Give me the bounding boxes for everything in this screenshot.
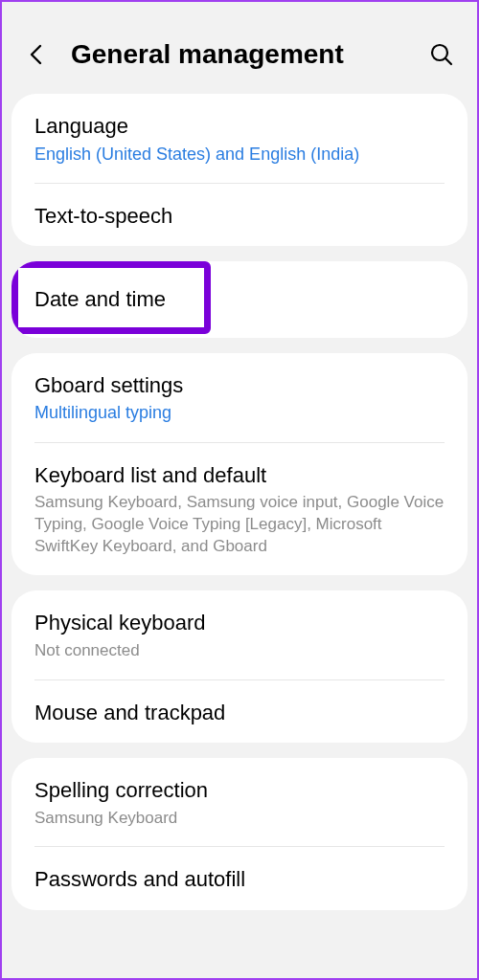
row-keyboard-list-default[interactable]: Keyboard list and default Samsung Keyboa… <box>11 443 468 575</box>
row-subtitle: Multilingual typing <box>34 402 445 424</box>
row-subtitle: Not connected <box>34 640 445 662</box>
row-title: Physical keyboard <box>34 610 445 636</box>
card-keyboard-settings: Gboard settings Multilingual typing Keyb… <box>11 353 468 575</box>
row-subtitle: Samsung Keyboard <box>34 808 445 830</box>
row-spelling-correction[interactable]: Spelling correction Samsung Keyboard <box>11 758 468 846</box>
row-mouse-trackpad[interactable]: Mouse and trackpad <box>11 680 468 744</box>
row-text-to-speech[interactable]: Text-to-speech <box>11 184 468 247</box>
header: General management <box>11 11 468 94</box>
card-language-tts: Language English (United States) and Eng… <box>11 94 468 246</box>
row-title: Date and time <box>34 286 445 313</box>
row-language[interactable]: Language English (United States) and Eng… <box>11 94 468 183</box>
card-physical-input: Physical keyboard Not connected Mouse an… <box>11 590 468 743</box>
back-chevron-icon <box>28 44 47 65</box>
row-title: Mouse and trackpad <box>34 700 445 726</box>
row-title: Spelling correction <box>34 777 445 804</box>
row-title: Keyboard list and default <box>34 462 445 489</box>
row-title: Text-to-speech <box>34 203 445 230</box>
row-gboard-settings[interactable]: Gboard settings Multilingual typing <box>11 353 468 442</box>
search-button[interactable] <box>425 38 458 71</box>
row-title: Gboard settings <box>34 372 445 399</box>
row-title: Passwords and autofill <box>34 866 445 893</box>
row-subtitle: Samsung Keyboard, Samsung voice input, G… <box>34 492 445 558</box>
card-date-time: Date and time <box>11 261 468 338</box>
row-subtitle: English (United States) and English (Ind… <box>34 144 445 166</box>
back-button[interactable] <box>21 38 54 71</box>
search-icon <box>429 42 454 67</box>
svg-line-1 <box>445 58 451 64</box>
row-physical-keyboard[interactable]: Physical keyboard Not connected <box>11 590 468 679</box>
row-passwords-autofill[interactable]: Passwords and autofill <box>11 847 468 910</box>
page-title: General management <box>71 39 425 70</box>
row-date-and-time[interactable]: Date and time <box>11 261 468 338</box>
card-spelling-autofill: Spelling correction Samsung Keyboard Pas… <box>11 758 468 910</box>
row-title: Language <box>34 113 445 140</box>
settings-screen: General management Language English (Uni… <box>2 2 477 910</box>
